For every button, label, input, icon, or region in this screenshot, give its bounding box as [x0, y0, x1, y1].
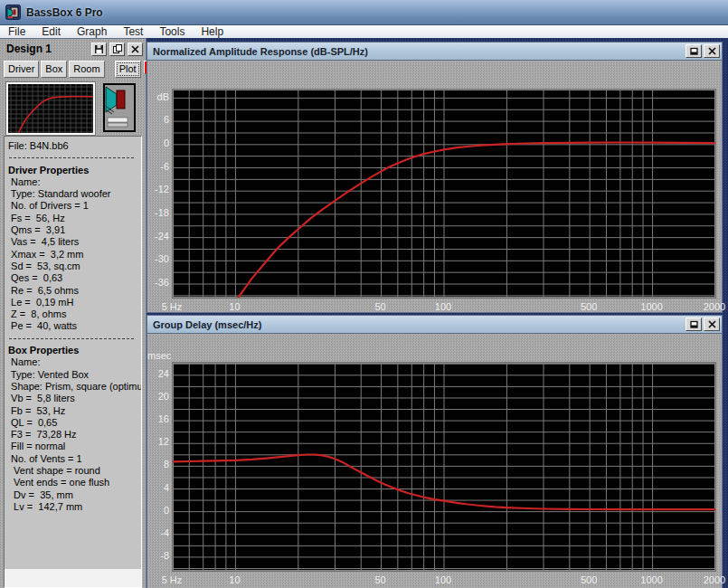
- property-line: Pe = 40, watts: [8, 320, 141, 332]
- property-line: Vb = 5,8 liters: [8, 393, 141, 404]
- group-delay-restore-button[interactable]: [685, 318, 702, 331]
- amp-x-tick-label: 500: [569, 301, 609, 312]
- driver-properties-title: Driver Properties: [8, 165, 141, 176]
- gd-plot: [172, 362, 716, 572]
- menu-item-help[interactable]: Help: [193, 25, 232, 38]
- app-titlebar[interactable]: BassBox 6 Pro: [0, 0, 728, 25]
- design-window: Design 1 DriverBoxRoomPlot: [0, 39, 146, 588]
- property-line: F3 = 73,28 Hz: [8, 429, 141, 441]
- app-title: BassBox 6 Pro: [26, 6, 103, 19]
- property-line: Name:: [8, 176, 141, 188]
- amplitude-response-window: Normalized Amplitude Response (dB-SPL/Hz…: [147, 43, 722, 312]
- property-line: Vas = 4,5 liters: [8, 236, 141, 248]
- save-icon: [95, 45, 103, 53]
- group-delay-window: Group Delay (msec/Hz) msec24201612840-4-…: [147, 316, 722, 588]
- gd-y-tick-label: 24: [147, 368, 169, 379]
- gd-x-tick-label: 2000: [695, 574, 728, 585]
- gd-x-tick-label: 500: [569, 574, 609, 585]
- property-line: Vent ends = one flush: [8, 477, 141, 488]
- group-delay-window-title: Group Delay (msec/Hz): [153, 319, 685, 330]
- property-line: Re = 6,5 ohms: [8, 285, 141, 297]
- menu-item-test[interactable]: Test: [115, 25, 151, 38]
- property-line: Type: Standard woofer: [8, 188, 141, 200]
- box-diagram-button[interactable]: [103, 83, 136, 132]
- property-line: Fb = 53, Hz: [8, 405, 141, 417]
- design-window-titlebar[interactable]: Design 1: [0, 39, 146, 59]
- amp-x-tick-label: 10: [214, 301, 254, 312]
- amp-y-unit-label: dB: [147, 91, 169, 102]
- tab-plot[interactable]: Plot: [115, 61, 141, 78]
- gd-y-tick-label: 0: [147, 505, 169, 516]
- design-close-button[interactable]: [128, 43, 143, 56]
- separator: [8, 152, 141, 164]
- amp-x-tick-label: 2000: [695, 301, 728, 312]
- property-line: Qes = 0,63: [8, 272, 141, 284]
- box-properties-title: Box Properties: [8, 345, 141, 356]
- property-line: Shape: Prism, square (optimu: [8, 381, 141, 393]
- property-line: Name:: [8, 356, 141, 368]
- menu-item-edit[interactable]: Edit: [33, 25, 69, 38]
- amplitude-restore-button[interactable]: [685, 44, 702, 58]
- response-thumbnail-plot: [8, 84, 93, 133]
- duplicate-button[interactable]: [109, 43, 125, 56]
- amplitude-window-titlebar[interactable]: Normalized Amplitude Response (dB-SPL/Hz…: [147, 43, 722, 61]
- amp-x-tick-label: 5 Hz: [152, 301, 192, 312]
- group-delay-chart-area: msec24201612840-4-85 Hz10501005001000200…: [147, 334, 722, 588]
- amp-y-tick-label: 6: [147, 114, 169, 125]
- design-summary-panel[interactable]: File: B4N.bb6 Driver Properties Name: Ty…: [4, 136, 142, 588]
- property-line: Fs = 56, Hz: [8, 213, 141, 224]
- close-icon: [708, 320, 716, 328]
- menu-item-file[interactable]: File: [0, 25, 33, 38]
- tab-box[interactable]: Box: [41, 61, 67, 78]
- amplitude-close-button[interactable]: [704, 44, 720, 58]
- amp-y-tick-label: -18: [147, 207, 169, 218]
- gd-x-tick-label: 5 Hz: [152, 574, 192, 585]
- design-tabs: DriverBoxRoomPlot: [4, 61, 144, 80]
- close-icon: [131, 45, 139, 53]
- gd-x-tick-label: 1000: [632, 574, 672, 585]
- amplitude-window-title: Normalized Amplitude Response (dB-SPL/Hz…: [153, 46, 685, 57]
- property-line: Xmax = 3,2 mm: [8, 249, 141, 261]
- amp-plot: [172, 89, 716, 299]
- property-line: Le = 0,19 mH: [8, 297, 141, 308]
- property-line: Qms = 3,91: [8, 224, 141, 236]
- gd-y-unit-label: msec: [147, 350, 169, 361]
- property-line: QL = 0,65: [8, 417, 141, 429]
- property-line: No. of Vents = 1: [8, 453, 141, 465]
- gd-x-tick-label: 50: [361, 574, 401, 585]
- separator: [8, 333, 141, 345]
- group-delay-window-titlebar[interactable]: Group Delay (msec/Hz): [147, 316, 722, 334]
- amp-x-tick-label: 100: [423, 301, 463, 312]
- amp-y-tick-label: -36: [147, 277, 169, 288]
- gd-y-tick-label: 16: [147, 413, 169, 424]
- design-summary-content: File: B4N.bb6 Driver Properties Name: Ty…: [5, 137, 141, 569]
- property-line: No. of Drivers = 1: [8, 200, 141, 212]
- save-button[interactable]: [91, 43, 107, 56]
- speaker-icon: [103, 83, 136, 132]
- amp-y-tick-label: 0: [147, 138, 169, 148]
- property-line: Z = 8, ohms: [8, 308, 141, 320]
- tab-room[interactable]: Room: [69, 61, 104, 78]
- gd-y-tick-label: -8: [147, 550, 169, 561]
- menu-item-tools[interactable]: Tools: [151, 25, 193, 38]
- close-icon: [708, 47, 716, 55]
- tab-driver[interactable]: Driver: [4, 61, 39, 78]
- gd-y-tick-label: 20: [147, 391, 169, 402]
- property-line: Type: Vented Box: [8, 369, 141, 381]
- menu-bar: FileEditGraphTestToolsHelp: [0, 25, 728, 38]
- group-delay-close-button[interactable]: [704, 318, 720, 331]
- response-thumbnail[interactable]: [5, 81, 96, 136]
- app-icon: [5, 5, 21, 20]
- menu-item-graph[interactable]: Graph: [69, 25, 115, 38]
- gd-x-tick-label: 100: [423, 574, 463, 585]
- amp-y-tick-label: -30: [147, 253, 169, 264]
- amp-x-tick-label: 50: [361, 301, 401, 312]
- gd-y-tick-label: -4: [147, 527, 169, 538]
- restore-icon: [690, 320, 698, 328]
- amp-y-tick-label: -24: [147, 231, 169, 242]
- amp-x-tick-label: 1000: [632, 301, 672, 312]
- amplitude-chart-area: dB60-6-12-18-24-30-365 Hz105010050010002…: [147, 61, 722, 313]
- property-line: Vent shape = round: [8, 465, 141, 477]
- gd-y-tick-label: 12: [147, 436, 169, 447]
- restore-icon: [690, 47, 698, 55]
